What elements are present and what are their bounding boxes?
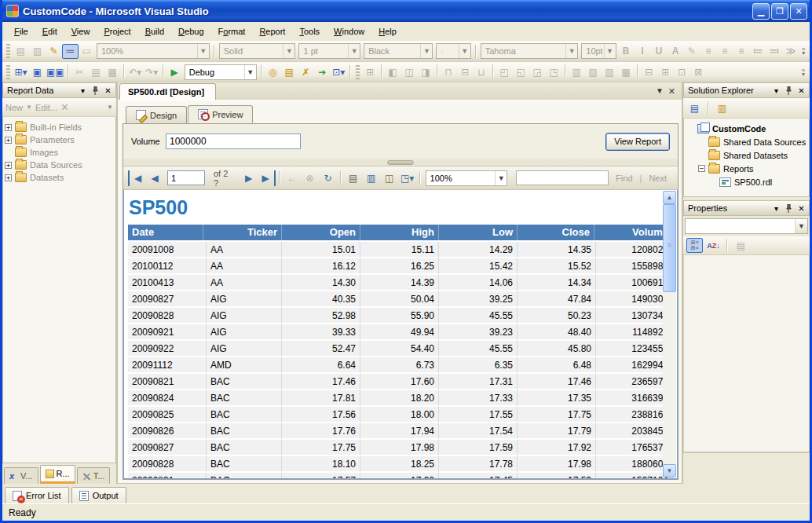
delete-icon[interactable]: ✕ (60, 101, 69, 113)
toolbar-options-icon[interactable]: ▼ (107, 104, 113, 111)
tree-item-datasets[interactable]: + Datasets (5, 171, 114, 184)
toolbar-overflow-icon[interactable]: »▾ (799, 68, 808, 76)
find-button[interactable]: Find (616, 174, 632, 183)
chevron-down-icon[interactable]: ▼ (459, 44, 470, 58)
align-left-icon[interactable]: ≡ (700, 44, 717, 59)
align-centers-icon[interactable]: ◫ (401, 64, 418, 79)
vert-spacing-equal-icon[interactable]: ⊟ (641, 64, 657, 79)
horiz-spacing-increase-icon[interactable]: ▧ (585, 64, 602, 79)
close-icon[interactable]: ✕ (796, 85, 807, 97)
report-properties-icon[interactable]: ✎ (46, 44, 62, 59)
tab-preview[interactable]: Preview (188, 105, 253, 123)
window-position-icon[interactable]: ▾ (770, 85, 782, 97)
stop-icon[interactable]: ⊗ (302, 170, 319, 186)
menu-edit[interactable]: Edit (35, 24, 64, 39)
next-page-icon[interactable]: ▶ (240, 170, 258, 186)
parameter-splitter[interactable] (123, 159, 678, 166)
vert-spacing-increase-icon[interactable]: ⊞ (657, 64, 674, 79)
menu-file[interactable]: File (7, 24, 35, 39)
same-size-icon[interactable]: ◲ (529, 64, 546, 79)
indent-icon[interactable]: ≫ (783, 44, 799, 59)
chevron-down-icon[interactable]: ▼ (283, 44, 294, 58)
report-vertical-scrollbar[interactable]: ▲ ▼ (663, 191, 676, 477)
redo-icon[interactable]: ↷▾ (144, 64, 160, 79)
edit-button[interactable]: Edit... (35, 103, 57, 112)
close-button[interactable]: ✕ (790, 3, 807, 20)
page-setup-icon[interactable]: ◫ (381, 170, 398, 186)
zoom-combo[interactable]: 100%▼ (97, 43, 210, 59)
command-window-icon[interactable]: ⊡▾ (331, 64, 347, 79)
page-outline-icon[interactable]: ▥ (29, 44, 46, 59)
back-icon[interactable]: ← (283, 170, 301, 186)
expander-icon[interactable]: + (5, 174, 12, 181)
expander-icon[interactable]: + (5, 162, 12, 169)
previous-page-icon[interactable]: ◀ (146, 170, 163, 186)
numbered-list-icon[interactable]: ≔ (750, 44, 766, 59)
border-style-combo[interactable]: Solid▼ (219, 43, 296, 59)
print-icon[interactable]: ▤ (345, 170, 362, 186)
horiz-spacing-decrease-icon[interactable]: ▨ (602, 64, 618, 79)
menu-tools[interactable]: Tools (292, 24, 327, 39)
tab-error-list[interactable]: Error List (5, 487, 69, 503)
close-document-icon[interactable]: ✕ (668, 86, 675, 97)
active-files-dropdown-icon[interactable]: ▼ (656, 86, 664, 97)
same-height-icon[interactable]: ◱ (513, 64, 529, 79)
find-text-input[interactable] (516, 170, 609, 185)
tree-item-reports[interactable]: − Reports (686, 162, 807, 175)
horiz-spacing-equal-icon[interactable]: ▥ (569, 64, 585, 79)
maximize-button[interactable]: ❐ (771, 3, 788, 20)
first-page-icon[interactable]: ◀ (128, 170, 145, 186)
menu-format[interactable]: Format (211, 24, 253, 39)
viewer-zoom-combo[interactable]: 100%▼ (426, 170, 508, 186)
toolbox-wrench-icon[interactable]: ✗ (298, 64, 314, 79)
chevron-down-icon[interactable]: ▼ (348, 44, 360, 58)
find-in-files-icon[interactable]: ◎ (265, 64, 281, 79)
toolbar-overflow-icon[interactable]: »▾ (799, 47, 808, 55)
font-size-combo[interactable]: 10pt▼ (581, 43, 616, 59)
font-family-combo[interactable]: Tahoma▼ (481, 43, 579, 59)
browse-web-icon[interactable]: ➔ (314, 64, 331, 79)
align-middles-icon[interactable]: ⊟ (457, 64, 474, 79)
last-page-icon[interactable]: ▶ (258, 170, 276, 186)
menu-view[interactable]: View (64, 24, 97, 39)
property-pages-icon[interactable]: ▤ (733, 238, 749, 253)
chevron-down-icon[interactable]: ▼ (26, 104, 32, 111)
scrollbar-thumb[interactable] (663, 204, 676, 292)
underline-icon[interactable]: U (651, 44, 668, 59)
tree-item-built-in-fields[interactable]: + Built-in Fields (5, 121, 114, 133)
vert-spacing-remove-icon[interactable]: ⊠ (690, 64, 707, 79)
highlight-icon[interactable]: ✎ (684, 44, 700, 59)
ruler-icon[interactable]: ▭ (79, 44, 95, 59)
add-new-item-icon[interactable]: ⊞▾ (13, 64, 29, 79)
border-picker-combo[interactable]: ▫▼ (436, 43, 470, 59)
pin-icon[interactable] (783, 85, 795, 97)
undo-icon[interactable]: ↶▾ (127, 64, 144, 79)
scroll-up-icon[interactable]: ▲ (663, 191, 676, 204)
toolbar-grip[interactable] (6, 65, 10, 79)
refresh-icon[interactable]: ↻ (320, 170, 337, 186)
paste-icon[interactable]: ▦ (104, 64, 121, 79)
chevron-down-icon[interactable]: ▼ (565, 44, 577, 58)
font-color-icon[interactable]: A (668, 44, 684, 59)
page-lines-icon[interactable]: ▤ (13, 44, 29, 59)
scroll-down-icon[interactable]: ▼ (663, 464, 676, 477)
window-position-icon[interactable]: ▾ (77, 85, 89, 97)
menu-build[interactable]: Build (138, 24, 171, 39)
dock-tab-report-data[interactable]: R... (40, 465, 75, 484)
document-outline-icon[interactable]: ≔ (62, 44, 79, 59)
align-lefts-icon[interactable]: ◧ (385, 64, 401, 79)
chevron-down-icon[interactable]: ▼ (197, 44, 209, 58)
menu-report[interactable]: Report (252, 24, 292, 39)
cut-icon[interactable]: ✂ (71, 64, 88, 79)
window-position-icon[interactable]: ▾ (770, 203, 782, 214)
chevron-down-icon[interactable]: ▼ (495, 171, 507, 185)
splitter-handle-icon[interactable] (387, 160, 414, 165)
dock-tab-toolbox[interactable]: T... (77, 467, 111, 484)
toolbar-grip[interactable] (356, 65, 360, 79)
pin-icon[interactable] (90, 85, 101, 97)
tree-item-shared-datasets[interactable]: Shared Datasets (686, 148, 807, 162)
align-center-icon[interactable]: ≡ (717, 44, 733, 59)
dock-tab-v[interactable]: x V... (4, 467, 38, 484)
align-rights-icon[interactable]: ◨ (418, 64, 434, 79)
align-right-icon[interactable]: ≡ (733, 44, 750, 59)
